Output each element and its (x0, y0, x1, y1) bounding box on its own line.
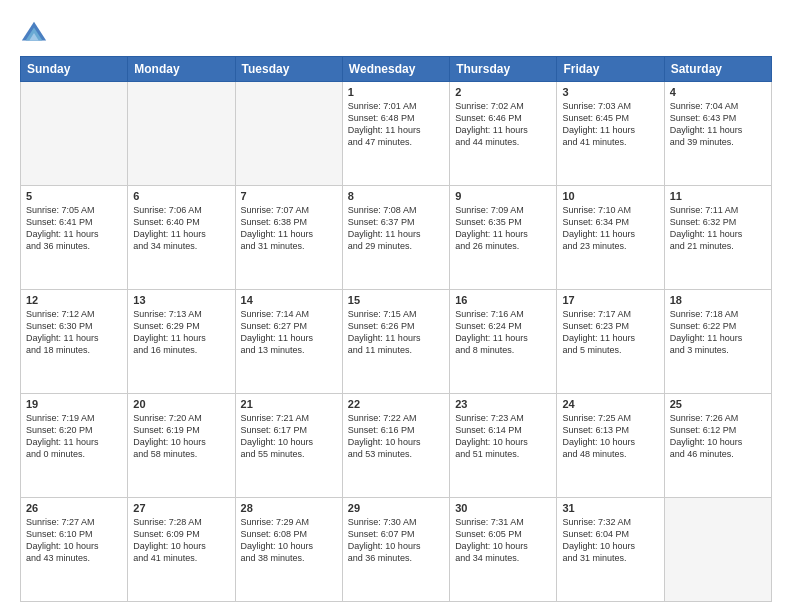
day-info-23: Sunrise: 7:23 AM Sunset: 6:14 PM Dayligh… (455, 412, 551, 461)
calendar-day-24: 24Sunrise: 7:25 AM Sunset: 6:13 PM Dayli… (557, 394, 664, 498)
calendar-header-monday: Monday (128, 57, 235, 82)
day-info-15: Sunrise: 7:15 AM Sunset: 6:26 PM Dayligh… (348, 308, 444, 357)
day-number-27: 27 (133, 502, 229, 514)
day-number-3: 3 (562, 86, 658, 98)
calendar-day-4: 4Sunrise: 7:04 AM Sunset: 6:43 PM Daylig… (664, 82, 771, 186)
day-number-22: 22 (348, 398, 444, 410)
day-number-31: 31 (562, 502, 658, 514)
calendar-empty-0-1 (128, 82, 235, 186)
day-info-8: Sunrise: 7:08 AM Sunset: 6:37 PM Dayligh… (348, 204, 444, 253)
calendar-header-row: SundayMondayTuesdayWednesdayThursdayFrid… (21, 57, 772, 82)
logo-icon (20, 20, 48, 48)
day-info-29: Sunrise: 7:30 AM Sunset: 6:07 PM Dayligh… (348, 516, 444, 565)
day-number-26: 26 (26, 502, 122, 514)
day-number-16: 16 (455, 294, 551, 306)
calendar-week-1: 5Sunrise: 7:05 AM Sunset: 6:41 PM Daylig… (21, 186, 772, 290)
day-info-17: Sunrise: 7:17 AM Sunset: 6:23 PM Dayligh… (562, 308, 658, 357)
calendar-table: SundayMondayTuesdayWednesdayThursdayFrid… (20, 56, 772, 602)
day-info-26: Sunrise: 7:27 AM Sunset: 6:10 PM Dayligh… (26, 516, 122, 565)
day-info-20: Sunrise: 7:20 AM Sunset: 6:19 PM Dayligh… (133, 412, 229, 461)
day-number-13: 13 (133, 294, 229, 306)
day-number-8: 8 (348, 190, 444, 202)
calendar-header-wednesday: Wednesday (342, 57, 449, 82)
day-info-7: Sunrise: 7:07 AM Sunset: 6:38 PM Dayligh… (241, 204, 337, 253)
calendar-day-29: 29Sunrise: 7:30 AM Sunset: 6:07 PM Dayli… (342, 498, 449, 602)
calendar-day-19: 19Sunrise: 7:19 AM Sunset: 6:20 PM Dayli… (21, 394, 128, 498)
calendar-week-0: 1Sunrise: 7:01 AM Sunset: 6:48 PM Daylig… (21, 82, 772, 186)
calendar-header-saturday: Saturday (664, 57, 771, 82)
day-info-28: Sunrise: 7:29 AM Sunset: 6:08 PM Dayligh… (241, 516, 337, 565)
calendar-header-sunday: Sunday (21, 57, 128, 82)
day-number-25: 25 (670, 398, 766, 410)
day-number-28: 28 (241, 502, 337, 514)
day-info-1: Sunrise: 7:01 AM Sunset: 6:48 PM Dayligh… (348, 100, 444, 149)
header (20, 16, 772, 48)
day-info-21: Sunrise: 7:21 AM Sunset: 6:17 PM Dayligh… (241, 412, 337, 461)
calendar-day-14: 14Sunrise: 7:14 AM Sunset: 6:27 PM Dayli… (235, 290, 342, 394)
day-number-2: 2 (455, 86, 551, 98)
calendar-day-12: 12Sunrise: 7:12 AM Sunset: 6:30 PM Dayli… (21, 290, 128, 394)
calendar-empty-4-6 (664, 498, 771, 602)
calendar-day-7: 7Sunrise: 7:07 AM Sunset: 6:38 PM Daylig… (235, 186, 342, 290)
calendar-day-22: 22Sunrise: 7:22 AM Sunset: 6:16 PM Dayli… (342, 394, 449, 498)
calendar-header-friday: Friday (557, 57, 664, 82)
calendar-day-15: 15Sunrise: 7:15 AM Sunset: 6:26 PM Dayli… (342, 290, 449, 394)
day-number-29: 29 (348, 502, 444, 514)
day-number-6: 6 (133, 190, 229, 202)
day-number-1: 1 (348, 86, 444, 98)
day-info-14: Sunrise: 7:14 AM Sunset: 6:27 PM Dayligh… (241, 308, 337, 357)
calendar-day-9: 9Sunrise: 7:09 AM Sunset: 6:35 PM Daylig… (450, 186, 557, 290)
day-number-5: 5 (26, 190, 122, 202)
day-number-11: 11 (670, 190, 766, 202)
calendar-day-6: 6Sunrise: 7:06 AM Sunset: 6:40 PM Daylig… (128, 186, 235, 290)
calendar-day-25: 25Sunrise: 7:26 AM Sunset: 6:12 PM Dayli… (664, 394, 771, 498)
day-info-3: Sunrise: 7:03 AM Sunset: 6:45 PM Dayligh… (562, 100, 658, 149)
day-info-30: Sunrise: 7:31 AM Sunset: 6:05 PM Dayligh… (455, 516, 551, 565)
calendar-day-11: 11Sunrise: 7:11 AM Sunset: 6:32 PM Dayli… (664, 186, 771, 290)
calendar-day-8: 8Sunrise: 7:08 AM Sunset: 6:37 PM Daylig… (342, 186, 449, 290)
day-info-19: Sunrise: 7:19 AM Sunset: 6:20 PM Dayligh… (26, 412, 122, 461)
calendar-day-10: 10Sunrise: 7:10 AM Sunset: 6:34 PM Dayli… (557, 186, 664, 290)
day-number-18: 18 (670, 294, 766, 306)
calendar-day-27: 27Sunrise: 7:28 AM Sunset: 6:09 PM Dayli… (128, 498, 235, 602)
logo (20, 20, 52, 48)
day-number-12: 12 (26, 294, 122, 306)
day-number-14: 14 (241, 294, 337, 306)
calendar-day-31: 31Sunrise: 7:32 AM Sunset: 6:04 PM Dayli… (557, 498, 664, 602)
day-number-7: 7 (241, 190, 337, 202)
day-info-31: Sunrise: 7:32 AM Sunset: 6:04 PM Dayligh… (562, 516, 658, 565)
day-number-17: 17 (562, 294, 658, 306)
calendar-day-18: 18Sunrise: 7:18 AM Sunset: 6:22 PM Dayli… (664, 290, 771, 394)
day-info-12: Sunrise: 7:12 AM Sunset: 6:30 PM Dayligh… (26, 308, 122, 357)
day-info-16: Sunrise: 7:16 AM Sunset: 6:24 PM Dayligh… (455, 308, 551, 357)
day-number-23: 23 (455, 398, 551, 410)
day-info-18: Sunrise: 7:18 AM Sunset: 6:22 PM Dayligh… (670, 308, 766, 357)
day-number-15: 15 (348, 294, 444, 306)
calendar-day-1: 1Sunrise: 7:01 AM Sunset: 6:48 PM Daylig… (342, 82, 449, 186)
day-info-22: Sunrise: 7:22 AM Sunset: 6:16 PM Dayligh… (348, 412, 444, 461)
calendar-week-4: 26Sunrise: 7:27 AM Sunset: 6:10 PM Dayli… (21, 498, 772, 602)
day-number-4: 4 (670, 86, 766, 98)
calendar-day-16: 16Sunrise: 7:16 AM Sunset: 6:24 PM Dayli… (450, 290, 557, 394)
day-info-6: Sunrise: 7:06 AM Sunset: 6:40 PM Dayligh… (133, 204, 229, 253)
day-info-4: Sunrise: 7:04 AM Sunset: 6:43 PM Dayligh… (670, 100, 766, 149)
day-number-24: 24 (562, 398, 658, 410)
calendar-day-28: 28Sunrise: 7:29 AM Sunset: 6:08 PM Dayli… (235, 498, 342, 602)
calendar-day-3: 3Sunrise: 7:03 AM Sunset: 6:45 PM Daylig… (557, 82, 664, 186)
day-number-10: 10 (562, 190, 658, 202)
day-info-24: Sunrise: 7:25 AM Sunset: 6:13 PM Dayligh… (562, 412, 658, 461)
day-number-9: 9 (455, 190, 551, 202)
calendar-day-17: 17Sunrise: 7:17 AM Sunset: 6:23 PM Dayli… (557, 290, 664, 394)
calendar-day-23: 23Sunrise: 7:23 AM Sunset: 6:14 PM Dayli… (450, 394, 557, 498)
calendar-empty-0-2 (235, 82, 342, 186)
page: SundayMondayTuesdayWednesdayThursdayFrid… (0, 0, 792, 612)
day-info-2: Sunrise: 7:02 AM Sunset: 6:46 PM Dayligh… (455, 100, 551, 149)
day-number-20: 20 (133, 398, 229, 410)
day-number-21: 21 (241, 398, 337, 410)
day-number-19: 19 (26, 398, 122, 410)
calendar-day-21: 21Sunrise: 7:21 AM Sunset: 6:17 PM Dayli… (235, 394, 342, 498)
calendar-week-2: 12Sunrise: 7:12 AM Sunset: 6:30 PM Dayli… (21, 290, 772, 394)
calendar-day-2: 2Sunrise: 7:02 AM Sunset: 6:46 PM Daylig… (450, 82, 557, 186)
day-info-25: Sunrise: 7:26 AM Sunset: 6:12 PM Dayligh… (670, 412, 766, 461)
calendar-header-tuesday: Tuesday (235, 57, 342, 82)
